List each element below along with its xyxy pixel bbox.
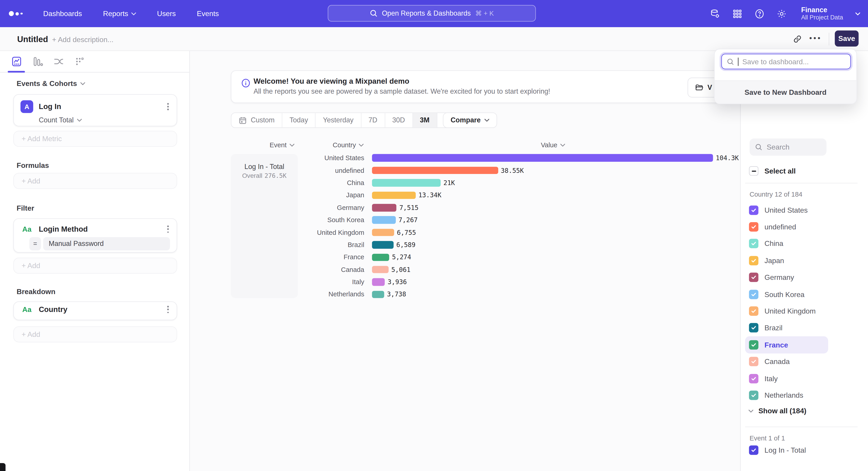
add-filter-button[interactable]: + Add: [13, 258, 177, 274]
string-property-icon: Aa: [21, 305, 33, 314]
legend-item-netherlands[interactable]: Netherlands: [745, 387, 828, 404]
legend-checkbox[interactable]: [749, 256, 758, 265]
legend-checkbox[interactable]: [749, 391, 758, 400]
bar-segment[interactable]: [372, 216, 396, 224]
compare-button[interactable]: Compare: [443, 112, 497, 128]
breakdown-card-country[interactable]: Aa Country: [13, 301, 177, 320]
legend-item-france[interactable]: France: [745, 336, 828, 353]
project-chevron-down-icon[interactable]: [855, 12, 860, 16]
global-search-button[interactable]: Open Reports & Dashboards ⌘ + K: [328, 5, 536, 22]
series-summary-card[interactable]: Log In - Total Overall276.5K: [231, 154, 298, 298]
legend-checkbox[interactable]: [749, 222, 758, 232]
date-range-yesterday[interactable]: Yesterday: [316, 113, 361, 127]
copy-link-icon[interactable]: [793, 34, 802, 44]
tab-insights[interactable]: [11, 56, 22, 67]
bar-segment[interactable]: [372, 154, 713, 162]
nav-item-events[interactable]: Events: [197, 9, 219, 18]
bar-segment[interactable]: [372, 266, 389, 273]
metric-card-log-in[interactable]: A Log In Count Total: [13, 94, 177, 126]
legend-checkbox[interactable]: [749, 306, 758, 316]
date-range-custom[interactable]: Custom: [231, 113, 282, 127]
bar-segment[interactable]: [372, 241, 394, 248]
save-to-dashboard-input[interactable]: Save to dashboard...: [721, 54, 851, 69]
breakdown-kebab-menu-icon[interactable]: [166, 305, 170, 315]
apps-grid-icon[interactable]: [733, 8, 742, 19]
filter-value[interactable]: Manual Password: [43, 237, 170, 251]
add-breakdown-button[interactable]: + Add: [13, 326, 177, 342]
legend-checkbox[interactable]: [749, 205, 758, 215]
tab-funnels[interactable]: [32, 56, 43, 67]
metric-kebab-menu-icon[interactable]: [166, 102, 170, 112]
settings-gear-icon[interactable]: [777, 8, 786, 19]
legend-checkbox[interactable]: [749, 323, 758, 333]
bar-category-label: Brazil: [310, 241, 364, 248]
legend-item-china[interactable]: China: [745, 235, 828, 252]
nav-item-users[interactable]: Users: [157, 9, 176, 18]
add-metric-button[interactable]: + Add Metric: [13, 131, 177, 147]
nav-item-dashboards[interactable]: Dashboards: [43, 9, 82, 18]
banner-button-label: V: [708, 84, 712, 91]
project-switcher[interactable]: Finance All Project Data: [801, 6, 843, 21]
save-to-new-dashboard-button[interactable]: Save to New Dashboard: [745, 88, 827, 96]
tab-retention[interactable]: [74, 56, 85, 67]
legend-item-italy[interactable]: Italy: [745, 370, 828, 387]
legend-checkbox[interactable]: [749, 239, 758, 248]
column-header-event[interactable]: Event: [270, 141, 294, 149]
help-icon[interactable]: [754, 8, 765, 19]
save-button[interactable]: Save: [835, 31, 859, 47]
select-all-row[interactable]: Select all: [749, 166, 796, 176]
bar-value-label: 7,267: [399, 216, 418, 224]
date-range-7d[interactable]: 7D: [361, 113, 385, 127]
legend-item-germany[interactable]: Germany: [745, 269, 828, 286]
legend-item-united-kingdom[interactable]: United Kingdom: [745, 303, 828, 319]
report-title[interactable]: Untitled: [17, 34, 48, 44]
legend-checkbox[interactable]: [749, 290, 758, 299]
legend-item-undefined[interactable]: undefined: [745, 218, 828, 235]
legend-item-united-states[interactable]: United States: [745, 202, 828, 218]
bar-segment[interactable]: [372, 278, 385, 286]
add-description-placeholder[interactable]: + Add description...: [52, 35, 114, 44]
legend-search-input[interactable]: Search: [749, 139, 827, 156]
filter-property-name[interactable]: Login Method: [39, 225, 160, 233]
bar-segment[interactable]: [372, 254, 389, 261]
column-header-value[interactable]: Value: [541, 141, 565, 149]
legend-item-japan[interactable]: Japan: [745, 252, 828, 269]
legend-item-brazil[interactable]: Brazil: [745, 319, 828, 336]
breakdown-property-name[interactable]: Country: [39, 305, 160, 314]
chart-row-japan: Japan13.34K: [310, 189, 736, 202]
select-all-checkbox[interactable]: [749, 166, 758, 176]
bar-segment[interactable]: [372, 192, 416, 199]
legend-checkbox[interactable]: [749, 357, 758, 366]
check-icon: [751, 325, 757, 331]
more-actions-icon[interactable]: •••: [809, 34, 822, 42]
data-management-icon[interactable]: [710, 8, 720, 19]
legend-checkbox[interactable]: [749, 340, 758, 350]
metric-aggregation[interactable]: Count Total: [14, 113, 177, 131]
legend-checkbox[interactable]: [749, 273, 758, 282]
bar-segment[interactable]: [372, 179, 441, 187]
bar-segment[interactable]: [372, 204, 397, 211]
search-icon: [727, 58, 734, 65]
bar-segment[interactable]: [372, 229, 394, 236]
show-all-toggle[interactable]: Show all (184): [748, 407, 806, 415]
events-cohorts-header[interactable]: Events & Cohorts: [17, 79, 85, 88]
mixpanel-logo-icon[interactable]: [9, 11, 28, 16]
filter-card-login-method[interactable]: Aa Login Method = Manual Password: [13, 218, 177, 253]
event-legend-item[interactable]: Log In - Total: [749, 445, 806, 455]
column-header-country[interactable]: Country: [333, 141, 364, 149]
filter-kebab-menu-icon[interactable]: [166, 225, 170, 234]
legend-item-canada[interactable]: Canada: [745, 353, 828, 370]
metric-event-name[interactable]: Log In: [39, 102, 160, 111]
bar-segment[interactable]: [372, 167, 498, 174]
tab-flows[interactable]: [53, 56, 64, 67]
date-range-today[interactable]: Today: [282, 113, 316, 127]
legend-item-south-korea[interactable]: South Korea: [745, 286, 828, 303]
legend-checkbox[interactable]: [749, 374, 758, 383]
bar-segment[interactable]: [372, 291, 384, 298]
nav-item-reports[interactable]: Reports: [103, 9, 136, 18]
event-checkbox[interactable]: [749, 445, 758, 455]
date-range-3m[interactable]: 3M: [413, 113, 437, 127]
add-formula-button[interactable]: + Add: [13, 173, 177, 189]
date-range-30d[interactable]: 30D: [385, 113, 412, 127]
filter-operator[interactable]: =: [29, 237, 41, 251]
